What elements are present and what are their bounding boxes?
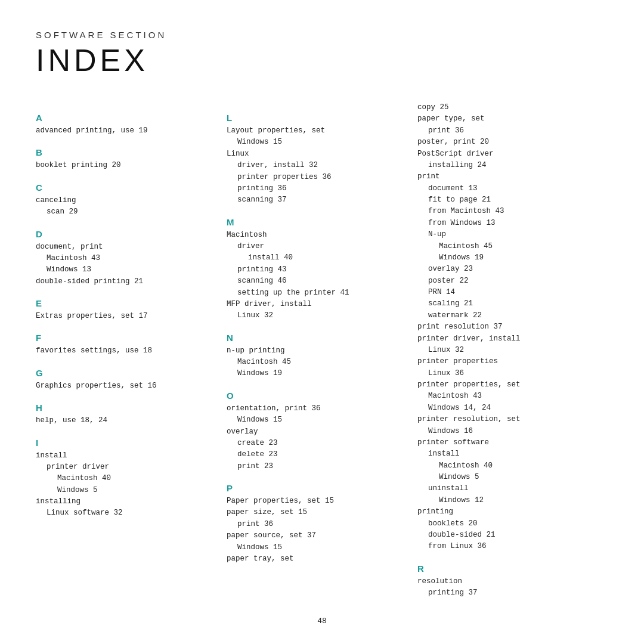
index-entry: scan 29 [36, 206, 215, 218]
index-entry: paper size, set 15 [227, 507, 405, 518]
index-entry: Windows 5 [36, 485, 215, 496]
index-entry: document 13 [417, 183, 596, 194]
section-letter-g: G [36, 368, 215, 378]
index-entry: install [417, 448, 596, 460]
index-entry: document, print [36, 242, 215, 253]
index-entry: Windows 15 [227, 542, 405, 553]
index-entry: watermark 22 [417, 310, 596, 321]
index-entry: PRN 14 [417, 287, 596, 298]
index-entry: Macintosh 45 [227, 357, 405, 368]
index-entry: Macintosh 43 [417, 391, 596, 402]
index-entry: Graphics properties, set 16 [36, 380, 215, 392]
column-0: Aadvanced printing, use 19Bbooklet print… [36, 102, 227, 599]
section-letter-a: A [36, 113, 215, 123]
section-letter-o: O [227, 391, 405, 401]
column-1: LLayout properties, setWindows 15Linuxdr… [227, 102, 417, 599]
index-entry: N-up [417, 229, 596, 240]
index-entry: double-sided 21 [417, 530, 596, 541]
index-entry: driver [227, 241, 405, 252]
index-entry: copy 25 [417, 102, 596, 113]
index-entry: n-up printing [227, 345, 405, 357]
index-entry: overlay [227, 426, 405, 438]
section-letter-l: L [227, 113, 405, 123]
index-entry: driver, install 32 [227, 160, 405, 171]
index-entry: printer software [417, 437, 596, 448]
index-entry: paper tray, set [227, 553, 405, 565]
index-entry: booklets 20 [417, 518, 596, 530]
index-entry: Linux 32 [417, 345, 596, 356]
index-entry: print 36 [417, 125, 596, 137]
index-entry: printer resolution, set [417, 414, 596, 425]
index-entry: Windows 19 [417, 252, 596, 264]
index-entry: scaling 21 [417, 298, 596, 309]
index-entry: from Linux 36 [417, 541, 596, 552]
index-entry: setting up the printer 41 [227, 287, 405, 299]
index-entry: from Windows 13 [417, 218, 596, 229]
index-entry: Linux software 32 [36, 507, 215, 519]
index-entry: create 23 [227, 438, 405, 449]
page-title: Index [36, 42, 608, 78]
index-entry: Windows 14, 24 [417, 402, 596, 414]
index-entry: fit to page 21 [417, 194, 596, 206]
index-entry: printer driver [36, 462, 215, 473]
section-letter-c: C [36, 182, 215, 193]
section-letter-i: I [36, 438, 215, 448]
index-entry: from Macintosh 43 [417, 206, 596, 217]
index-entry: paper source, set 37 [227, 530, 405, 541]
index-entry: PostScript driver [417, 148, 596, 160]
section-letter-n: N [227, 333, 405, 343]
index-entry: printer properties [417, 356, 596, 367]
index-entry: Macintosh 40 [36, 473, 215, 484]
index-entry: Windows 12 [417, 495, 596, 506]
index-entry: install 40 [227, 252, 405, 264]
index-entry: printer properties 36 [227, 172, 405, 183]
index-entry: install [36, 450, 215, 462]
index-entry: installing 24 [417, 160, 596, 171]
index-entry: delete 23 [227, 449, 405, 460]
section-letter-m: M [227, 217, 405, 227]
index-entry: Windows 5 [417, 472, 596, 483]
index-entry: printing [417, 506, 596, 518]
index-columns: Aadvanced printing, use 19Bbooklet print… [36, 102, 608, 599]
section-letter-e: E [36, 298, 215, 308]
page-subtitle: Software Section [36, 30, 608, 40]
index-entry: printer driver, install [417, 333, 596, 345]
index-entry: scanning 46 [227, 275, 405, 287]
index-entry: uninstall [417, 483, 596, 494]
index-entry: print 36 [227, 519, 405, 530]
index-entry: Paper properties, set 15 [227, 496, 405, 507]
index-entry: Macintosh 45 [417, 241, 596, 252]
index-entry: canceling [36, 195, 215, 206]
index-entry: booklet printing 20 [36, 160, 215, 171]
index-entry: scanning 37 [227, 194, 405, 206]
section-letter-d: D [36, 229, 215, 239]
column-2: copy 25paper type, setprint 36poster, pr… [417, 102, 608, 599]
index-entry: Linux 32 [227, 310, 405, 321]
index-entry: Windows 19 [227, 368, 405, 379]
index-entry: MFP driver, install [227, 299, 405, 310]
index-entry: double-sided printing 21 [36, 276, 215, 287]
index-entry: Windows 15 [227, 137, 405, 148]
section-letter-r: R [417, 564, 596, 574]
index-entry: help, use 18, 24 [36, 415, 215, 426]
section-letter-h: H [36, 402, 215, 413]
index-entry: paper type, set [417, 113, 596, 125]
index-entry: print resolution 37 [417, 321, 596, 333]
index-entry: Extras properties, set 17 [36, 311, 215, 322]
index-entry: advanced printing, use 19 [36, 125, 215, 137]
index-entry: printing 37 [417, 587, 596, 599]
index-entry: installing [36, 496, 215, 507]
index-entry: Linux [227, 148, 405, 160]
index-entry: printer properties, set [417, 379, 596, 391]
index-entry: favorites settings, use 18 [36, 345, 215, 357]
index-entry: Macintosh 40 [417, 460, 596, 472]
index-entry: Linux 36 [417, 368, 596, 379]
index-entry: overlay 23 [417, 264, 596, 275]
page-number: 48 [36, 617, 608, 626]
index-entry: Layout properties, set [227, 125, 405, 137]
index-entry: Windows 13 [36, 264, 215, 275]
index-entry: print 23 [227, 461, 405, 472]
section-letter-p: P [227, 483, 405, 493]
index-entry: printing 43 [227, 264, 405, 275]
index-entry: poster 22 [417, 275, 596, 287]
